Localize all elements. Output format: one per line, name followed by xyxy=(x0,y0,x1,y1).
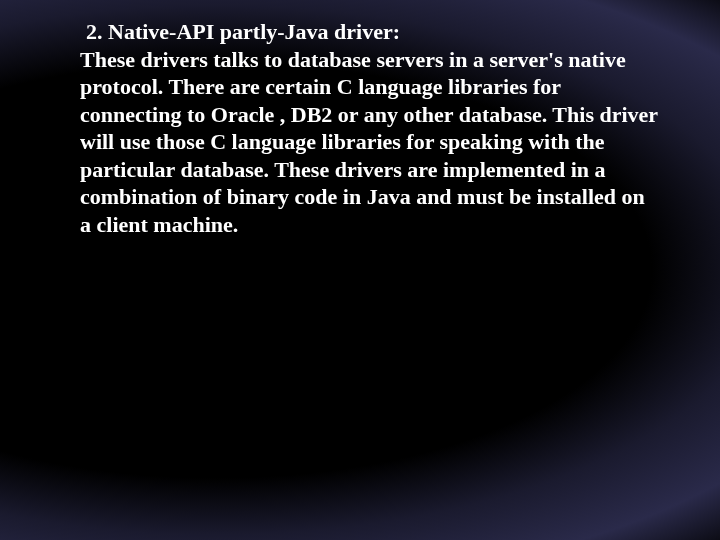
slide-content: 2. Native-API partly-Java driver: These … xyxy=(0,0,720,238)
section-body: These drivers talks to database servers … xyxy=(80,46,660,239)
section-heading: 2. Native-API partly-Java driver: xyxy=(80,18,660,46)
